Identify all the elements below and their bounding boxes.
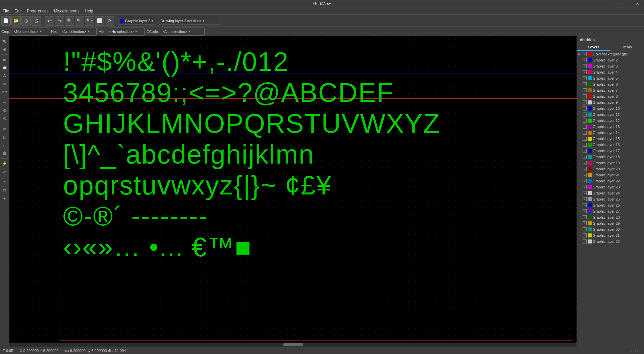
- new-button[interactable]: 📄: [1, 16, 11, 26]
- layer-item[interactable]: Graphic layer 27: [577, 208, 644, 214]
- layer-item[interactable]: Graphic layer 24: [577, 190, 644, 196]
- layer-check[interactable]: [583, 239, 587, 244]
- net-dropdown[interactable]: <No selection> ▾: [60, 28, 97, 36]
- layer-item[interactable]: Graphic layer 19: [577, 160, 644, 166]
- tool-layers2[interactable]: ⧉: [1, 186, 8, 194]
- layer-item[interactable]: Graphic layer 28: [577, 214, 644, 220]
- layer-check[interactable]: [583, 76, 587, 80]
- layer-item[interactable]: Graphic layer 2: [577, 57, 644, 63]
- layer-check[interactable]: [583, 149, 587, 153]
- zoom-area-button[interactable]: ⬜: [95, 16, 104, 26]
- layer-item[interactable]: Graphic layer 8: [577, 93, 644, 99]
- layer-check[interactable]: [583, 52, 587, 56]
- layer-check[interactable]: [583, 125, 587, 129]
- layer-item[interactable]: Graphic layer 21: [577, 172, 644, 178]
- tool-lines[interactable]: ≡: [1, 178, 8, 186]
- tool-grid[interactable]: ⊞: [1, 56, 8, 63]
- layer-check[interactable]: [583, 233, 587, 237]
- layer-check[interactable]: [583, 64, 587, 68]
- tool-layer[interactable]: ◫: [1, 133, 8, 141]
- layer-item[interactable]: Graphic layer 20: [577, 166, 644, 172]
- layer-item[interactable]: Graphic layer 9: [577, 99, 644, 105]
- tab-layers[interactable]: Layers: [577, 44, 610, 51]
- layer-check[interactable]: [583, 113, 587, 117]
- layer-check[interactable]: [583, 106, 587, 110]
- layer-check[interactable]: [583, 88, 587, 92]
- menu-file[interactable]: File: [0, 8, 12, 14]
- menu-help[interactable]: Help: [82, 8, 96, 14]
- tool-text[interactable]: A: [1, 72, 8, 80]
- horizontal-scrollbar[interactable]: [9, 343, 577, 347]
- tool-move[interactable]: ↔: [1, 99, 8, 106]
- tool-select[interactable]: ↖: [1, 38, 8, 45]
- undo-button[interactable]: ↩: [45, 16, 54, 26]
- print-button[interactable]: 🖨: [32, 16, 41, 26]
- layer-check[interactable]: [583, 185, 587, 189]
- layer-check[interactable]: [583, 173, 587, 177]
- layer-item[interactable]: Graphic layer 30: [577, 226, 644, 232]
- layer-check[interactable]: [583, 197, 587, 201]
- tool-inch[interactable]: in: [1, 80, 8, 88]
- zoom-out-button[interactable]: 🔍-: [75, 16, 84, 26]
- zoom-in-button[interactable]: 🔍: [65, 16, 74, 26]
- layer-item[interactable]: Graphic layer 18: [577, 154, 644, 160]
- menu-edit[interactable]: Edit: [12, 8, 24, 14]
- redo-button[interactable]: ↪: [55, 16, 64, 26]
- layer-check[interactable]: [583, 58, 587, 62]
- layer-check[interactable]: [583, 209, 587, 213]
- layer-check[interactable]: [583, 70, 587, 74]
- attr-dropdown[interactable]: <No selection> ▾: [108, 28, 145, 36]
- tool-rect[interactable]: ▭: [1, 141, 8, 149]
- tool-mm[interactable]: mm: [1, 88, 8, 96]
- tool-delete[interactable]: 🗑: [1, 149, 8, 157]
- layer-item[interactable]: Graphic layer 10: [577, 105, 644, 112]
- refresh-button[interactable]: ⟳: [105, 16, 114, 26]
- tool-crosshair[interactable]: ⊕: [1, 46, 8, 53]
- layer-check[interactable]: [583, 221, 587, 225]
- layer-item[interactable]: Graphic layer 3: [577, 63, 644, 69]
- layer-item[interactable]: Graphic layer 6: [577, 81, 644, 87]
- dcode-dropdown[interactable]: <No selection> ▾: [161, 28, 205, 36]
- canvas-area[interactable]: !"#$%&'()*+,-./012 3456789:;<=>?@ABCDEF …: [9, 36, 577, 347]
- menu-miscellaneous[interactable]: Miscellaneous: [51, 8, 82, 14]
- layer-check[interactable]: [583, 94, 587, 98]
- layer-item[interactable]: Graphic layer 11: [577, 112, 644, 118]
- layer-check[interactable]: [583, 215, 587, 219]
- layer-check[interactable]: [583, 203, 587, 207]
- layer-item[interactable]: Graphic layer 31: [577, 232, 644, 238]
- layer-check[interactable]: [583, 227, 587, 231]
- layer-item[interactable]: Graphic layer 13: [577, 124, 644, 130]
- layer-dropdown-arrow[interactable]: ▾: [152, 18, 154, 23]
- layer-dropdown[interactable]: Graphic layer 2 ▾: [118, 17, 155, 25]
- zoom-fit-button[interactable]: 🔍+: [85, 16, 94, 26]
- tool-color[interactable]: ◈: [1, 194, 8, 202]
- tool-draw[interactable]: ✏: [1, 125, 8, 133]
- cmp-dropdown[interactable]: <No selection> ▾: [12, 28, 49, 36]
- close-button[interactable]: ✕: [631, 0, 644, 7]
- layer-item[interactable]: Graphic layer 29: [577, 220, 644, 226]
- save-button[interactable]: ⊕: [21, 16, 31, 26]
- layer-check[interactable]: [583, 119, 587, 123]
- layer-check[interactable]: [583, 191, 587, 195]
- layer-item[interactable]: Graphic layer 17: [577, 148, 644, 154]
- layer-item[interactable]: Graphic layer 23: [577, 184, 644, 190]
- layer-status-arrow[interactable]: ▾: [203, 18, 205, 23]
- layer-check[interactable]: [583, 131, 587, 135]
- tool-rotate[interactable]: ⟲: [1, 107, 8, 114]
- layer-check[interactable]: [583, 137, 587, 141]
- layer-item[interactable]: Graphic layer 14: [577, 130, 644, 136]
- layer-check[interactable]: [583, 161, 587, 165]
- tool-origin[interactable]: ⊙: [1, 115, 8, 122]
- tab-items[interactable]: Items: [610, 44, 644, 51]
- tool-flash[interactable]: ⚡: [1, 160, 8, 167]
- layer-status-dropdown[interactable]: Drawing layer 2 not in us ▾: [159, 17, 219, 25]
- minimize-button[interactable]: ─: [604, 0, 617, 7]
- layer-item[interactable]: Graphic layer 32: [577, 238, 644, 245]
- layer-item[interactable]: Graphic layer 5: [577, 75, 644, 81]
- layer-check[interactable]: [583, 82, 587, 86]
- open-button[interactable]: 📂: [11, 16, 21, 26]
- layer-item[interactable]: Graphic layer 26: [577, 202, 644, 208]
- layer-check[interactable]: [583, 143, 587, 147]
- maximize-button[interactable]: □: [617, 0, 631, 7]
- layer-item[interactable]: Graphic layer 7: [577, 87, 644, 93]
